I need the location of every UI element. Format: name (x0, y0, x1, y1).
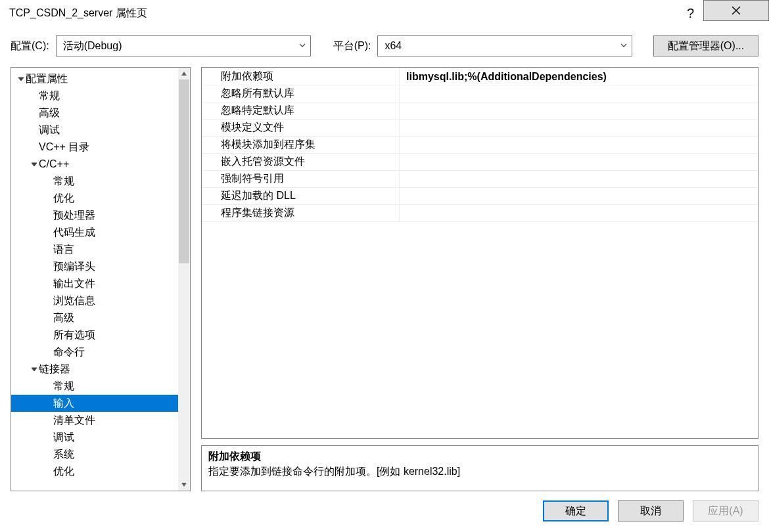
property-row[interactable]: 延迟加载的 DLL (202, 188, 758, 205)
property-value[interactable] (400, 85, 758, 102)
tree-item[interactable]: 调试 (11, 429, 178, 446)
apply-button[interactable]: 应用(A) (693, 500, 758, 521)
tree-item[interactable]: 常规 (11, 87, 178, 104)
property-name[interactable]: 附加依赖项 (202, 68, 400, 85)
scroll-thumb[interactable] (179, 79, 189, 263)
property-grid[interactable]: 附加依赖项libmysql.lib;%(AdditionalDependenci… (202, 68, 758, 222)
tree-scrollbar[interactable] (178, 68, 190, 491)
expand-icon[interactable] (16, 76, 26, 82)
right-panel: 附加依赖项libmysql.lib;%(AdditionalDependenci… (201, 67, 758, 491)
property-name[interactable]: 忽略所有默认库 (202, 85, 400, 102)
property-value[interactable] (400, 102, 758, 120)
platform-label: 平台(P): (333, 39, 371, 53)
property-value[interactable]: libmysql.lib;%(AdditionalDependencies) (400, 68, 758, 85)
tree-panel: 配置属性 常规 高级 调试 VC++ 目录 C/C++ 常规 优化 预处理器 代… (11, 67, 191, 491)
ok-button[interactable]: 确定 (543, 500, 609, 521)
tree-group-cpp[interactable]: C/C++ (11, 156, 178, 173)
platform-combo[interactable]: x64 (377, 35, 632, 56)
tree-item[interactable]: 预编译头 (11, 258, 178, 275)
tree-item[interactable]: 浏览信息 (11, 292, 178, 309)
config-combo-value: 活动(Debug) (63, 39, 122, 53)
tree-item[interactable]: 优化 (11, 190, 178, 207)
close-icon (732, 6, 741, 15)
tree-item[interactable]: 常规 (11, 173, 178, 190)
tree-item[interactable]: 所有选项 (11, 326, 178, 344)
expand-icon[interactable] (30, 161, 39, 167)
scroll-up-icon[interactable] (178, 68, 190, 79)
property-row[interactable]: 强制符号引用 (202, 171, 758, 188)
dialog-buttons: 确定 取消 应用(A) (0, 491, 769, 532)
platform-combo-value: x64 (384, 40, 402, 52)
system-buttons (703, 0, 769, 26)
property-name[interactable]: 模块定义文件 (202, 120, 400, 137)
property-page-window: TCP_CSDN_2_server 属性页 ? 配置(C): 活动(Debug)… (0, 0, 769, 532)
property-name[interactable]: 嵌入托管资源文件 (202, 154, 400, 171)
config-manager-button[interactable]: 配置管理器(O)... (653, 35, 758, 56)
tree-item[interactable]: 优化 (11, 463, 178, 480)
property-value[interactable] (400, 171, 758, 188)
config-row: 配置(C): 活动(Debug) 平台(P): x64 配置管理器(O)... (0, 26, 769, 67)
main-area: 配置属性 常规 高级 调试 VC++ 目录 C/C++ 常规 优化 预处理器 代… (0, 67, 769, 491)
tree-item[interactable]: 调试 (11, 122, 178, 139)
chevron-down-icon (298, 41, 306, 51)
scroll-down-icon[interactable] (178, 479, 190, 491)
window-title: TCP_CSDN_2_server 属性页 (9, 7, 147, 20)
description-title: 附加依赖项 (208, 450, 751, 464)
tree-item-selected[interactable]: 输入 (11, 395, 178, 412)
tree-item[interactable]: VC++ 目录 (11, 139, 178, 156)
property-name[interactable]: 延迟加载的 DLL (202, 188, 400, 205)
property-name[interactable]: 程序集链接资源 (202, 205, 400, 222)
property-name[interactable]: 强制符号引用 (202, 171, 400, 188)
tree-item[interactable]: 高级 (11, 104, 178, 122)
property-value[interactable] (400, 120, 758, 137)
property-row[interactable]: 程序集链接资源 (202, 205, 758, 222)
cancel-button[interactable]: 取消 (618, 500, 684, 521)
config-combo[interactable]: 活动(Debug) (56, 35, 311, 56)
tree-root[interactable]: 配置属性 (11, 70, 178, 87)
property-row[interactable]: 附加依赖项libmysql.lib;%(AdditionalDependenci… (202, 68, 758, 85)
tree-group-linker[interactable]: 链接器 (11, 361, 178, 378)
property-grid-wrap: 附加依赖项libmysql.lib;%(AdditionalDependenci… (201, 67, 758, 439)
property-row[interactable]: 将模块添加到程序集 (202, 137, 758, 154)
description-body: 指定要添加到链接命令行的附加项。[例如 kernel32.lib] (208, 465, 751, 479)
config-label: 配置(C): (11, 39, 49, 53)
expand-icon[interactable] (30, 366, 39, 372)
config-tree[interactable]: 配置属性 常规 高级 调试 VC++ 目录 C/C++ 常规 优化 预处理器 代… (11, 68, 178, 491)
tree-item[interactable]: 常规 (11, 378, 178, 395)
property-row[interactable]: 嵌入托管资源文件 (202, 154, 758, 171)
tree-item[interactable]: 清单文件 (11, 412, 178, 429)
property-row[interactable]: 忽略所有默认库 (202, 85, 758, 102)
property-value[interactable] (400, 154, 758, 171)
help-icon[interactable]: ? (687, 6, 703, 21)
property-name[interactable]: 将模块添加到程序集 (202, 137, 400, 154)
property-row[interactable]: 忽略特定默认库 (202, 102, 758, 120)
tree-item[interactable]: 语言 (11, 241, 178, 258)
tree-item[interactable]: 代码生成 (11, 224, 178, 241)
chevron-down-icon (620, 41, 628, 51)
property-value[interactable] (400, 137, 758, 154)
tree-item[interactable]: 输出文件 (11, 275, 178, 292)
tree-item[interactable]: 命令行 (11, 344, 178, 361)
titlebar: TCP_CSDN_2_server 属性页 ? (0, 0, 769, 26)
description-panel: 附加依赖项 指定要添加到链接命令行的附加项。[例如 kernel32.lib] (201, 445, 758, 491)
tree-item[interactable]: 预处理器 (11, 207, 178, 224)
tree-item[interactable]: 系统 (11, 446, 178, 463)
close-button[interactable] (703, 0, 769, 21)
property-value[interactable] (400, 188, 758, 205)
property-row[interactable]: 模块定义文件 (202, 120, 758, 137)
tree-item[interactable]: 高级 (11, 309, 178, 326)
property-value[interactable] (400, 205, 758, 222)
property-name[interactable]: 忽略特定默认库 (202, 102, 400, 120)
